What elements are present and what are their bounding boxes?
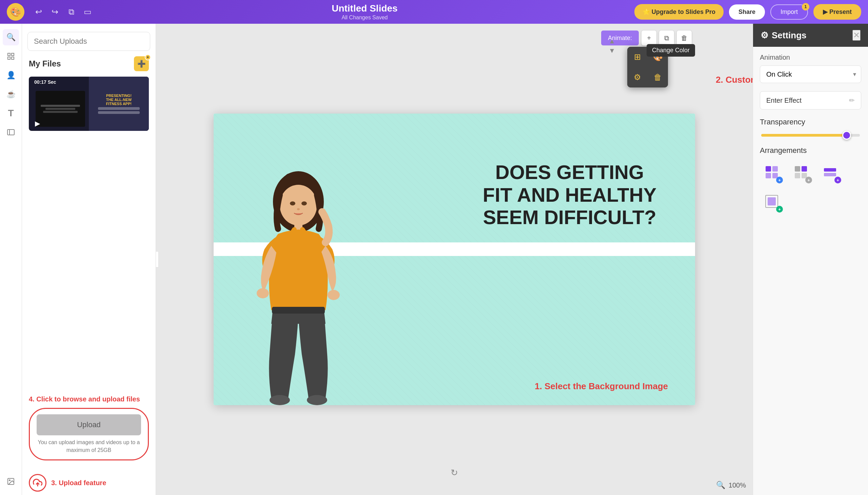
- svg-point-7: [9, 480, 10, 481]
- annotation-customize-image: 2. Customize the Image: [716, 74, 753, 85]
- arrangement-option-2[interactable]: +: [789, 160, 813, 184]
- svg-rect-0: [8, 53, 10, 56]
- svg-rect-1: [12, 53, 14, 56]
- transparency-section: Transparency: [760, 118, 861, 138]
- arrangement-badge-1: +: [776, 177, 783, 184]
- sidebar-icon-layouts[interactable]: [3, 48, 19, 64]
- settings-title: ⚙ Settings: [761, 30, 806, 41]
- svg-point-12: [302, 201, 307, 205]
- duplicate-button[interactable]: ⧉: [64, 4, 79, 19]
- arrangement-badge-3: +: [834, 177, 841, 184]
- sidebar-icon-people[interactable]: 👤: [3, 67, 19, 83]
- video-thumb-image: 00:17 Sec ▶ PRESENTING!THE ALL-NEWFITNES…: [29, 76, 149, 131]
- add-file-button[interactable]: ➕ +: [134, 56, 149, 71]
- canvas-add-button[interactable]: +: [642, 31, 657, 46]
- svg-point-11: [290, 201, 295, 205]
- arrangement-option-4[interactable]: +: [760, 189, 784, 213]
- svg-point-10: [280, 185, 317, 225]
- upload-circle-border: Upload You can upload images and videos …: [29, 408, 149, 460]
- right-panel: ⚙ Settings ✕ Animation On Click ▾ Enter …: [753, 24, 868, 495]
- slide-nav-up[interactable]: ▲: [609, 37, 615, 45]
- slide-nav-down[interactable]: ▼: [609, 47, 615, 55]
- main-canvas-area: ▲ ▼ Animate: + ⧉ 🗑 ⊞ 🎨 ⚙ 🗑 Change Color …: [156, 24, 753, 495]
- settings-body: Animation On Click ▾ Enter Effect ✏ Tran…: [753, 47, 868, 495]
- svg-point-15: [257, 288, 269, 298]
- present-button[interactable]: ▶ Present: [813, 4, 861, 20]
- enter-effect-row: Enter Effect ✏: [760, 91, 861, 109]
- arrangement-option-3[interactable]: +: [818, 160, 842, 184]
- change-color-tooltip: Change Color: [647, 44, 695, 57]
- sidebar-icon-coffee[interactable]: ☕: [3, 86, 19, 102]
- mini-popup-grid-icon[interactable]: ⊞: [627, 47, 648, 67]
- annotation-upload-feature: 3. Upload feature: [22, 467, 156, 495]
- upgrade-button[interactable]: ⭐ Upgrade to Slides Pro: [634, 4, 724, 20]
- zoom-in-button[interactable]: 🔍: [716, 481, 725, 490]
- sidebar-icon-badge[interactable]: [3, 124, 19, 140]
- transparency-slider[interactable]: [761, 134, 860, 137]
- svg-rect-20: [766, 166, 771, 172]
- animation-select-wrapper: On Click ▾: [760, 65, 861, 83]
- annotation-click-upload: 4. Click to browse and upload files: [29, 395, 149, 403]
- arrangement-option-1[interactable]: +: [760, 160, 784, 184]
- slide-main-text-line3: SEEM DIFFICULT?: [464, 206, 675, 229]
- redo-button[interactable]: ↪: [48, 4, 62, 19]
- sidebar-icon-image[interactable]: [3, 473, 19, 490]
- collapse-panel-button[interactable]: ‹: [156, 251, 159, 268]
- close-settings-button[interactable]: ✕: [852, 30, 861, 41]
- settings-header: ⚙ Settings ✕: [753, 24, 868, 47]
- canvas-duplicate-button[interactable]: ⧉: [659, 31, 674, 46]
- svg-rect-21: [766, 173, 771, 178]
- slide-canvas[interactable]: DOES GETTING FIT AND HEALTHY SEEM DIFFIC…: [214, 114, 695, 405]
- slide-text-area: DOES GETTING FIT AND HEALTHY SEEM DIFFIC…: [464, 161, 675, 229]
- svg-rect-3: [12, 57, 14, 59]
- preview-button[interactable]: ▭: [80, 4, 95, 19]
- svg-point-19: [307, 395, 327, 405]
- video-content-area: PRESENTING!THE ALL-NEWFITNESS APP!: [89, 76, 149, 131]
- sidebar-icon-search[interactable]: 🔍: [3, 29, 19, 46]
- slide-character: [227, 141, 370, 405]
- svg-rect-17: [272, 307, 325, 313]
- share-button[interactable]: Share: [729, 4, 765, 20]
- mini-popup-delete-icon[interactable]: 🗑: [648, 67, 668, 87]
- video-thumbnail[interactable]: 00:17 Sec ▶ PRESENTING!THE ALL-NEWFITNES…: [29, 76, 149, 131]
- arrangement-badge-2: +: [805, 177, 812, 184]
- enter-effect-label: Enter Effect: [766, 97, 802, 104]
- reload-button[interactable]: ↻: [450, 467, 458, 478]
- annotation-select-background: 1. Select the Background Image: [535, 381, 668, 392]
- sidebar-icon-text[interactable]: T: [3, 105, 19, 121]
- animation-section: Animation On Click ▾: [760, 54, 861, 83]
- transparency-slider-container: [760, 132, 861, 138]
- upload-button[interactable]: Upload: [37, 414, 141, 435]
- import-button[interactable]: Import 1: [770, 4, 808, 20]
- upload-panel: My Files ➕ + 00:17 Sec ▶ PRESENTING: [22, 24, 156, 495]
- slide-main-text-line2: FIT AND HEALTHY: [464, 184, 675, 206]
- enter-effect-edit-icon[interactable]: ✏: [849, 96, 855, 104]
- mini-popup-settings-icon[interactable]: ⚙: [627, 67, 648, 87]
- doc-title-area: Untitled Slides All Changes Saved: [100, 3, 629, 21]
- animate-button[interactable]: Animate:: [601, 31, 639, 46]
- svg-point-16: [327, 290, 340, 300]
- canvas-delete-button[interactable]: 🗑: [677, 31, 692, 46]
- svg-rect-29: [824, 173, 836, 176]
- undo-button[interactable]: ↩: [31, 4, 46, 19]
- svg-rect-26: [802, 166, 807, 172]
- svg-rect-4: [7, 130, 14, 135]
- my-files-title: My Files: [29, 59, 61, 68]
- bottom-toolbar: 🔍 100%: [716, 481, 746, 490]
- play-icon: ▶: [35, 119, 40, 127]
- topbar: 🎨 ↩ ↪ ⧉ ▭ Untitled Slides All Changes Sa…: [0, 0, 868, 24]
- svg-rect-28: [824, 168, 836, 172]
- arrangements-label: Arrangements: [760, 146, 861, 155]
- svg-rect-31: [768, 197, 776, 205]
- arrangement-badge-4: +: [776, 206, 783, 212]
- svg-point-13: [297, 208, 300, 210]
- animation-label: Animation: [760, 54, 861, 62]
- animation-select[interactable]: On Click: [760, 66, 861, 83]
- svg-rect-24: [795, 166, 800, 172]
- transparency-label: Transparency: [760, 118, 861, 126]
- svg-point-18: [270, 395, 290, 405]
- search-uploads-input[interactable]: [28, 32, 150, 51]
- app-logo[interactable]: 🎨: [7, 3, 24, 21]
- upload-feature-label: 3. Upload feature: [51, 479, 106, 487]
- video-time-label: 00:17 Sec: [34, 79, 56, 85]
